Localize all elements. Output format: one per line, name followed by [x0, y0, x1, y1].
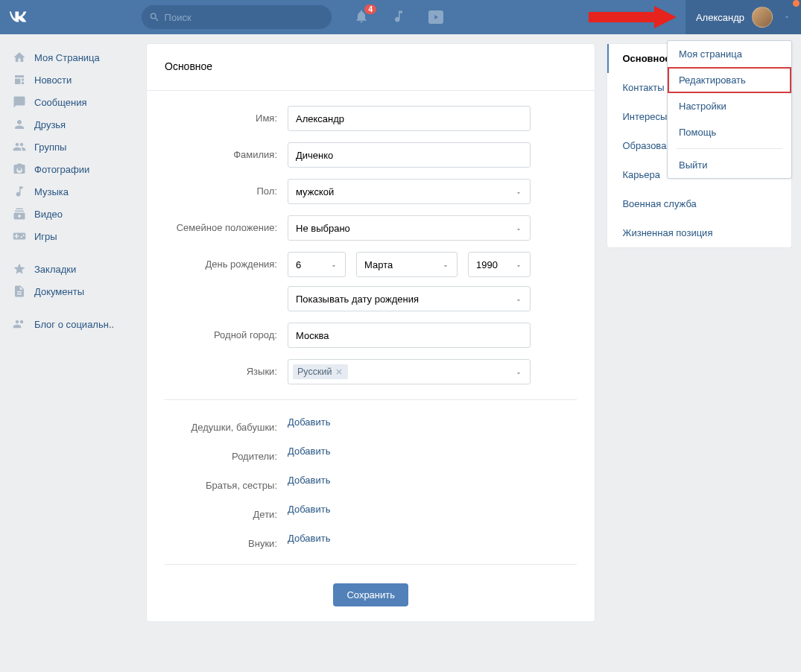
- add-siblings-link[interactable]: Добавить: [288, 473, 330, 486]
- music-icon: [391, 9, 406, 24]
- sidebar-item-games[interactable]: Игры: [9, 225, 135, 247]
- messages-icon: [12, 95, 27, 110]
- chevron-down-icon: [515, 370, 522, 377]
- vk-logo-icon: [8, 10, 34, 25]
- sidebar-item-label: Документы: [34, 286, 84, 297]
- label-grandchildren: Внуки:: [165, 531, 288, 549]
- notification-badge: 4: [364, 4, 376, 14]
- play-icon: [432, 13, 440, 21]
- label-dob: День рождения:: [165, 252, 288, 270]
- dob-month-select[interactable]: Марта: [356, 252, 458, 277]
- relationship-select[interactable]: Не выбрано: [288, 215, 531, 241]
- main-panel: Основное Имя: Фамилия: Пол: мужской: [146, 43, 595, 622]
- language-token: Русский: [293, 364, 348, 379]
- dob-year-select[interactable]: 1990: [468, 252, 531, 277]
- dob-year-value: 1990: [476, 259, 498, 270]
- language-token-label: Русский: [297, 367, 332, 377]
- dob-month-value: Марта: [364, 259, 393, 270]
- chevron-down-icon: [515, 226, 522, 233]
- sidebar-item-music[interactable]: Музыка: [9, 180, 135, 203]
- search-box[interactable]: [142, 5, 332, 29]
- add-grandchildren-link[interactable]: Добавить: [288, 531, 330, 544]
- svg-point-0: [18, 168, 22, 171]
- sidebar-item-label: Музыка: [34, 186, 69, 197]
- dropdown-item-edit[interactable]: Редактировать: [668, 67, 791, 93]
- chevron-down-icon: [515, 262, 522, 270]
- sidebar-item-label: Фотографии: [34, 164, 89, 175]
- dob-day-select[interactable]: 6: [288, 252, 346, 277]
- news-icon: [12, 72, 27, 87]
- header-username: Александр: [696, 12, 744, 23]
- groups-icon: [12, 139, 27, 154]
- dob-day-value: 6: [296, 259, 301, 270]
- tab-life-position[interactable]: Жизненная позиция: [607, 218, 791, 247]
- add-children-link[interactable]: Добавить: [288, 502, 330, 515]
- dropdown-separator: [677, 148, 782, 149]
- star-icon: [12, 261, 27, 276]
- logo-dot-icon: [793, 0, 800, 7]
- label-parents: Родители:: [165, 444, 288, 462]
- label-relationship: Семейное положение:: [165, 215, 288, 233]
- search-input[interactable]: [165, 12, 324, 23]
- relationship-value: Не выбрано: [296, 223, 350, 234]
- label-hometown: Родной город:: [165, 323, 288, 340]
- annotation-arrow: [589, 10, 678, 25]
- dropdown-item-help[interactable]: Помощь: [668, 119, 791, 145]
- gamepad-icon: [12, 229, 27, 244]
- chevron-down-icon: [783, 13, 791, 21]
- add-parents-link[interactable]: Добавить: [288, 444, 330, 457]
- sidebar-item-blog[interactable]: Блог о социальн..: [9, 313, 135, 335]
- sex-select[interactable]: мужской: [288, 179, 531, 204]
- dob-visibility-value: Показывать дату рождения: [296, 294, 419, 305]
- video-icon: [12, 206, 27, 221]
- sidebar-item-label: Друзья: [34, 119, 66, 130]
- sidebar-item-documents[interactable]: Документы: [9, 280, 135, 302]
- sidebar-item-label: Блог о социальн..: [34, 319, 114, 330]
- header-icons: 4: [354, 9, 443, 26]
- left-sidebar: Моя Страница Новости Сообщения Друзья Гр…: [9, 43, 135, 622]
- sidebar-item-label: Видео: [34, 209, 63, 220]
- chevron-down-icon: [515, 189, 522, 197]
- vk-logo[interactable]: [0, 0, 41, 34]
- sidebar-item-friends[interactable]: Друзья: [9, 113, 135, 136]
- chevron-down-icon: [442, 262, 449, 270]
- avatar: [752, 7, 773, 28]
- sidebar-item-label: Моя Страница: [34, 52, 100, 63]
- dropdown-item-logout[interactable]: Выйти: [668, 152, 791, 178]
- first-name-input[interactable]: [288, 106, 531, 131]
- dob-visibility-select[interactable]: Показывать дату рождения: [288, 286, 531, 311]
- sidebar-item-label: Новости: [34, 75, 72, 86]
- sidebar-item-messages[interactable]: Сообщения: [9, 91, 135, 113]
- remove-language-icon[interactable]: [335, 367, 343, 376]
- video-button[interactable]: [428, 10, 443, 24]
- dropdown-item-my-page[interactable]: Моя страница: [668, 41, 791, 67]
- sidebar-item-my-page[interactable]: Моя Страница: [9, 46, 135, 69]
- sidebar-item-groups[interactable]: Группы: [9, 136, 135, 158]
- profile-form: Имя: Фамилия: Пол: мужской Семейное поло…: [147, 91, 595, 606]
- sidebar-item-bookmarks[interactable]: Закладки: [9, 258, 135, 280]
- sidebar-item-label: Группы: [34, 142, 66, 153]
- chevron-down-icon: [330, 262, 338, 270]
- label-grandparents: Дедушки, бабушки:: [165, 415, 288, 433]
- home-icon: [12, 50, 27, 65]
- add-grandparents-link[interactable]: Добавить: [288, 415, 330, 428]
- user-menu-trigger[interactable]: Александр: [686, 0, 801, 34]
- languages-select[interactable]: Русский: [288, 359, 531, 384]
- sidebar-item-news[interactable]: Новости: [9, 69, 135, 91]
- music-button[interactable]: [391, 9, 406, 26]
- hometown-input[interactable]: [288, 323, 531, 348]
- save-button[interactable]: Сохранить: [333, 583, 408, 606]
- top-header: 4 Александр: [0, 0, 801, 34]
- label-siblings: Братья, сестры:: [165, 473, 288, 491]
- notifications-button[interactable]: 4: [354, 9, 369, 26]
- label-last-name: Фамилия:: [165, 142, 288, 160]
- sidebar-item-video[interactable]: Видео: [9, 203, 135, 225]
- user-dropdown-menu: Моя страница Редактировать Настройки Пом…: [667, 40, 792, 179]
- sidebar-item-photos[interactable]: Фотографии: [9, 158, 135, 180]
- tab-military[interactable]: Военная служба: [607, 189, 791, 218]
- last-name-input[interactable]: [288, 142, 531, 168]
- document-icon: [12, 284, 27, 299]
- sidebar-item-label: Игры: [34, 231, 57, 242]
- chevron-down-icon: [515, 297, 522, 304]
- dropdown-item-settings[interactable]: Настройки: [668, 93, 791, 119]
